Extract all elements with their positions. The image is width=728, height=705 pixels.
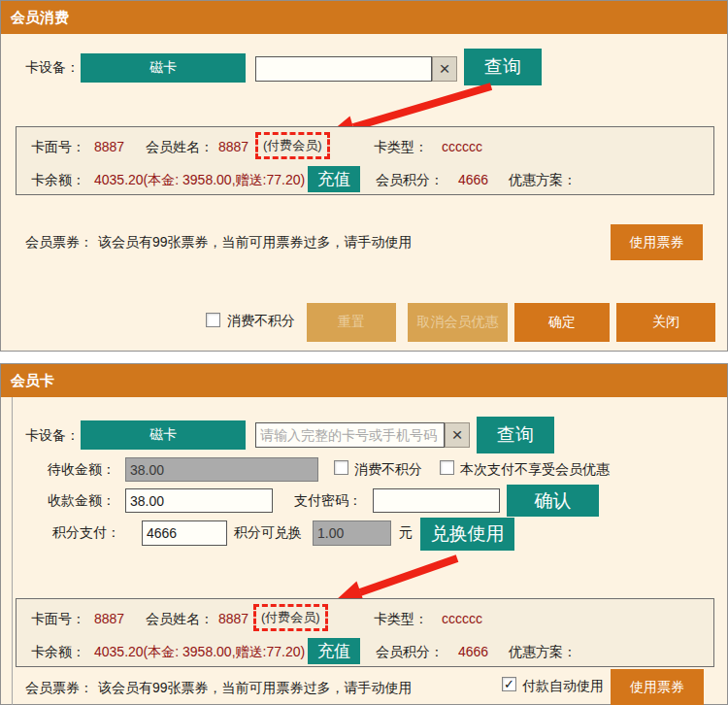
close-x-icon: × <box>439 58 449 80</box>
member-name-label: 会员姓名： <box>146 139 214 155</box>
card-number-input[interactable] <box>255 56 432 82</box>
confirm-button[interactable]: 确定 <box>514 303 610 342</box>
member-points-label: 会员积分： <box>376 172 444 188</box>
no-points-checkbox[interactable] <box>206 313 220 327</box>
member-info-panel: 卡面号： 8887 会员姓名： 8887 (付费会员) 卡类型： cccccc … <box>16 598 714 667</box>
pay-password-input[interactable] <box>373 488 500 513</box>
dialog-titlebar: 会员卡 <box>1 364 727 397</box>
member-points-value: 4666 <box>458 644 488 660</box>
member-points-value: 4666 <box>458 172 488 188</box>
card-balance-value: 4035.20(本金: 3958.00,赠送:77.20) <box>94 644 305 660</box>
card-balance-label: 卡余额： <box>31 172 85 188</box>
member-name-value: 8887 <box>218 611 248 627</box>
card-no-label: 卡面号： <box>31 611 85 627</box>
pay-password-label: 支付密码： <box>294 492 362 509</box>
paid-member-badge: (付费会员) <box>255 132 330 159</box>
yuan-unit-label: 元 <box>399 524 413 541</box>
received-amount-label: 收款金额： <box>48 492 116 509</box>
use-ticket-button[interactable]: 使用票券 <box>611 224 703 260</box>
points-exchange-label: 积分可兑换 <box>234 524 302 541</box>
use-ticket-button[interactable]: 使用票券 <box>611 669 704 705</box>
card-balance-label: 卡余额： <box>31 644 85 660</box>
card-no-value: 8887 <box>94 611 124 627</box>
dialog-title: 会员卡 <box>11 372 54 388</box>
checkmark-icon: ✓ <box>504 678 514 690</box>
card-device-label: 卡设备： <box>25 59 80 76</box>
member-ticket-message: 该会员有99张票券，当前可用票券过多，请手动使用 <box>98 234 413 251</box>
reset-button[interactable]: 重置 <box>307 303 396 342</box>
close-x-icon: × <box>451 424 462 446</box>
pending-amount-input <box>125 457 318 482</box>
clear-input-button[interactable]: × <box>445 422 470 448</box>
member-card-dialog: 会员卡 卡设备： 磁卡 × 查询 待收金额： 消费不积分 本次支付不享受会员优惠… <box>0 363 728 705</box>
card-type-label: 卡类型： <box>374 611 428 627</box>
magcard-device-button[interactable]: 磁卡 <box>81 53 246 83</box>
exchange-use-button[interactable]: 兑换使用 <box>420 518 514 551</box>
cancel-member-discount-button[interactable]: 取消会员优惠 <box>408 303 508 342</box>
magcard-device-button[interactable]: 磁卡 <box>81 420 246 450</box>
pending-amount-label: 待收金额： <box>48 461 116 478</box>
auto-use-on-pay-checkbox[interactable]: ✓ <box>502 677 516 691</box>
member-consume-dialog: 会员消费 卡设备： 磁卡 × 查询 卡面号： 8887 会员姓名： 8887 (… <box>0 0 728 352</box>
close-button[interactable]: 关闭 <box>616 303 715 342</box>
no-points-checkbox[interactable] <box>334 460 348 475</box>
discount-plan-label: 优惠方案： <box>509 644 577 660</box>
no-member-discount-checkbox[interactable] <box>440 460 454 475</box>
member-name-label: 会员姓名： <box>146 611 214 627</box>
page: 会员消费 卡设备： 磁卡 × 查询 卡面号： 8887 会员姓名： 8887 (… <box>0 0 728 705</box>
member-ticket-message: 该会员有99张票券，当前可用票券过多，请手动使用 <box>98 680 413 696</box>
member-ticket-label: 会员票券： <box>25 680 93 696</box>
points-pay-input[interactable] <box>142 520 227 546</box>
card-device-label: 卡设备： <box>25 427 80 444</box>
no-member-discount-checkbox-label: 本次支付不享受会员优惠 <box>460 461 610 478</box>
received-amount-input[interactable] <box>125 488 273 513</box>
card-type-value: cccccc <box>442 611 482 627</box>
recharge-button[interactable]: 充值 <box>308 166 360 192</box>
confirm-pay-button[interactable]: 确认 <box>507 485 599 517</box>
card-no-label: 卡面号： <box>31 139 85 155</box>
member-ticket-label: 会员票券： <box>25 234 93 251</box>
dialog-body: 卡设备： 磁卡 × 查询 卡面号： 8887 会员姓名： 8887 (付费会员)… <box>1 34 727 352</box>
card-type-value: cccccc <box>442 139 482 155</box>
query-button[interactable]: 查询 <box>477 417 554 453</box>
dialog-titlebar: 会员消费 <box>1 1 727 34</box>
paid-member-badge: (付费会员) <box>253 604 328 631</box>
query-button[interactable]: 查询 <box>464 49 542 85</box>
no-points-checkbox-label: 消费不积分 <box>354 461 422 478</box>
clear-input-button[interactable]: × <box>432 56 457 82</box>
card-number-input[interactable] <box>255 422 445 448</box>
member-info-panel: 卡面号： 8887 会员姓名： 8887 (付费会员) 卡类型： cccccc … <box>16 126 714 195</box>
points-pay-label: 积分支付： <box>52 524 120 541</box>
card-type-label: 卡类型： <box>374 139 428 155</box>
dialog-title: 会员消费 <box>11 9 69 25</box>
dialog-body: 卡设备： 磁卡 × 查询 待收金额： 消费不积分 本次支付不享受会员优惠 收款金… <box>1 397 727 705</box>
panel-divider-line <box>12 397 13 705</box>
points-exchange-input <box>313 520 391 546</box>
member-points-label: 会员积分： <box>376 644 444 660</box>
auto-use-on-pay-checkbox-label: 付款自动使用 <box>522 678 604 694</box>
recharge-button[interactable]: 充值 <box>308 638 360 664</box>
card-no-value: 8887 <box>94 139 124 155</box>
member-name-value: 8887 <box>218 139 248 155</box>
no-points-checkbox-label: 消费不积分 <box>227 313 295 329</box>
card-balance-value: 4035.20(本金: 3958.00,赠送:77.20) <box>94 172 305 188</box>
discount-plan-label: 优惠方案： <box>509 172 577 188</box>
